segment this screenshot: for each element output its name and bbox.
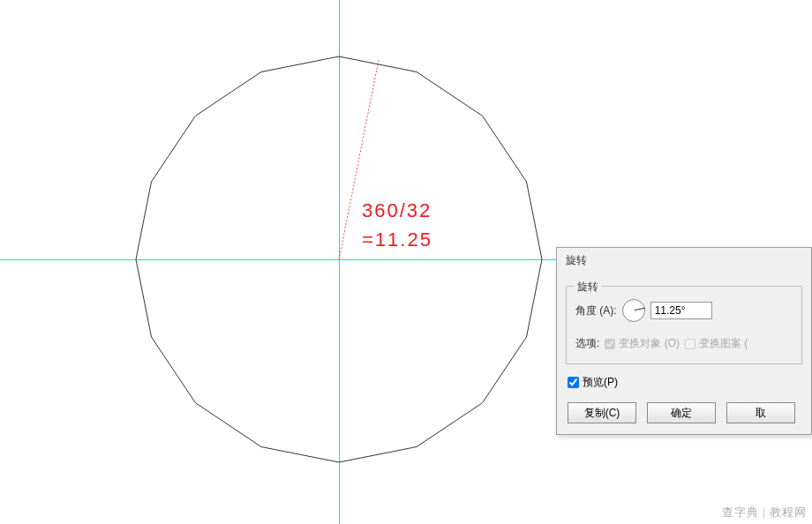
copy-button[interactable]: 复制(C) <box>568 402 636 423</box>
dialog-body: 旋转 角度 (A): 选项: 变换对象 (O) 变换图案 ( 预览(P) <box>557 273 811 434</box>
angle-row: 角度 (A): <box>575 299 793 322</box>
annotation-line-2: =11.25 <box>362 225 432 254</box>
options-label: 选项: <box>575 336 599 351</box>
transform-objects-label: 变换对象 (O) <box>619 336 680 351</box>
preview-label: 预览(P) <box>583 375 618 390</box>
transform-patterns-label: 变换图案 ( <box>699 336 748 351</box>
angle-input[interactable] <box>650 302 712 319</box>
calculation-annotation: 360/32 =11.25 <box>362 196 432 254</box>
options-row: 选项: 变换对象 (O) 变换图案 ( <box>575 336 793 351</box>
preview-checkbox[interactable] <box>568 377 579 388</box>
angle-dial-icon[interactable] <box>622 299 645 322</box>
fieldset-legend: 旋转 <box>574 280 602 295</box>
rotate-dialog: 旋转 旋转 角度 (A): 选项: 变换对象 (O) 变换图案 ( <box>556 247 812 435</box>
annotation-line-1: 360/32 <box>362 196 432 225</box>
transform-patterns-checkbox: 变换图案 ( <box>685 336 748 351</box>
transform-objects-checkbox: 变换对象 (O) <box>605 336 680 351</box>
preview-row: 预览(P) <box>566 375 802 390</box>
transform-objects-input <box>605 339 615 349</box>
dialog-title: 旋转 <box>557 248 811 273</box>
angle-label: 角度 (A): <box>575 303 617 318</box>
rotate-fieldset: 旋转 角度 (A): 选项: 变换对象 (O) 变换图案 ( <box>566 286 802 364</box>
button-row: 复制(C) 确定 取 <box>566 402 802 423</box>
cancel-button[interactable]: 取 <box>726 402 795 423</box>
watermark: 查字典 | 教程网 <box>722 505 807 520</box>
ok-button[interactable]: 确定 <box>647 402 716 423</box>
transform-patterns-input <box>685 339 695 349</box>
